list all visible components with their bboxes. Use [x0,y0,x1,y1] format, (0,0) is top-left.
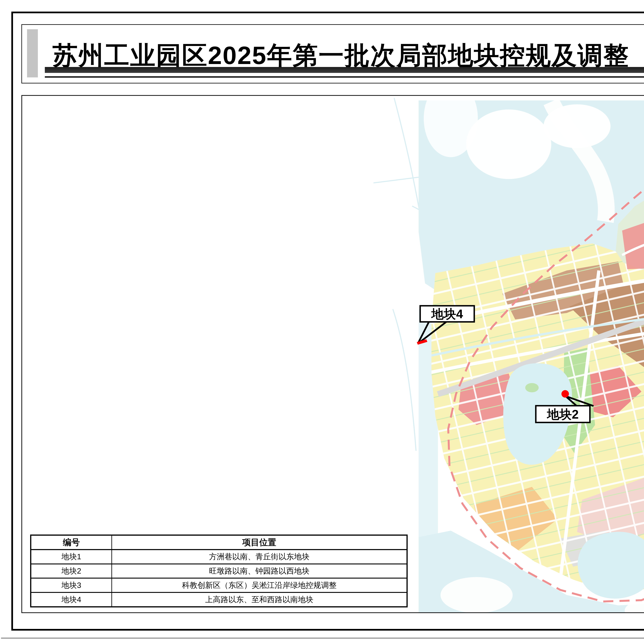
table-cell-code: 地块3 [31,579,112,592]
table-header-location: 项目位置 [112,536,406,549]
table-cell-code: 地块2 [31,564,112,578]
table-cell-code: 地块4 [31,593,112,606]
table-cell-location: 旺墩路以南、钟园路以西地块 [112,564,406,578]
marker-plot2 [561,390,569,398]
table-row: 地块4 上高路以东、至和西路以南地块 [31,593,406,606]
table-row: 地块2 旺墩路以南、钟园路以西地块 [31,564,406,579]
table-cell-location: 上高路以东、至和西路以南地块 [112,593,406,606]
jinji-island [525,383,539,392]
page-edge-shadow-bottom [1,638,644,639]
callout-plot4-label: 地块4 [431,307,463,321]
table-header-row: 编号 项目位置 [31,536,406,550]
table-row: 地块1 方洲巷以南、青丘街以东地块 [31,550,406,564]
table-row: 地块3 科教创新区（东区）吴淞江沿岸绿地控规调整 [31,579,406,593]
dushu-lake [578,532,644,599]
table-header-code: 编号 [31,536,112,549]
table-cell-code: 地块1 [31,550,112,563]
header-rule-dark-bar [45,67,644,73]
legend-table: 编号 项目位置 地块1 方洲巷以南、青丘街以东地块 地块2 旺墩路以南、钟园路以… [30,535,408,607]
plan-sheet: { "header": { "title": "苏州工业园区2025年第一批次局… [0,0,644,644]
table-cell-location: 科教创新区（东区）吴淞江沿岸绿地控规调整 [112,579,406,592]
title-accent-bar [27,29,38,77]
table-cell-location: 方洲巷以南、青丘街以东地块 [112,550,406,563]
header-rule-thin [45,76,644,78]
callout-plot2-label: 地块2 [546,407,579,421]
